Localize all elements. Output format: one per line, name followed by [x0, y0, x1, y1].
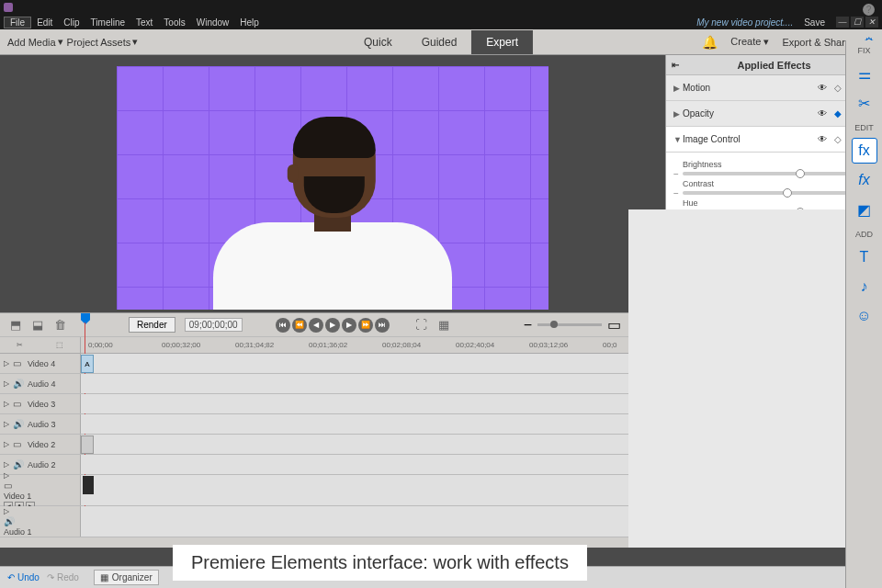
clip[interactable]: A	[81, 355, 94, 373]
goto-end-icon[interactable]: ⏭	[375, 318, 390, 333]
track-content[interactable]	[81, 374, 628, 393]
project-assets-button[interactable]: Project Assets ▾	[67, 36, 139, 48]
track-row: ▷ ▭ Video 3	[0, 394, 628, 414]
undo-button[interactable]: ↶ Undo	[7, 572, 40, 582]
bell-icon[interactable]: 🔔	[702, 35, 718, 50]
color-icon[interactable]: ◩	[852, 197, 877, 222]
track-content[interactable]	[81, 414, 628, 434]
zoom-in-icon[interactable]: ▭	[607, 316, 621, 334]
track-header[interactable]: ▷ ▭ Video 3	[0, 394, 81, 413]
mode-quick[interactable]: Quick	[349, 30, 407, 54]
track-content[interactable]: A	[81, 354, 628, 373]
preview-frame[interactable]	[117, 66, 548, 310]
track-header[interactable]: ▷ 🔊 Audio 4	[0, 374, 81, 393]
slider-label: Contrast	[683, 179, 714, 188]
track-content[interactable]	[81, 475, 628, 505]
help-icon[interactable]: ?	[863, 4, 875, 16]
zoom-out-icon[interactable]: −	[524, 317, 532, 334]
track-content[interactable]	[81, 435, 628, 454]
graphics-icon[interactable]: ☺	[852, 303, 877, 329]
stopwatch-icon[interactable]: ◇	[831, 82, 843, 94]
clip-marker[interactable]	[81, 435, 94, 454]
eye-icon[interactable]: 👁	[816, 133, 828, 145]
menu-edit[interactable]: Edit	[31, 17, 58, 28]
video-icon: ▭	[13, 358, 24, 368]
track-header[interactable]: ▷ 🔊 Audio 1	[0, 506, 81, 537]
eye-icon[interactable]: 👁	[816, 82, 828, 94]
track-content[interactable]	[81, 506, 628, 537]
track-header[interactable]: ▷ 🔊 Audio 2	[0, 455, 81, 474]
menubar: File Edit Clip Timeline Text Tools Windo…	[0, 15, 882, 29]
chevron-icon[interactable]: ▷	[4, 507, 9, 515]
step-fwd-icon[interactable]: ⏩	[358, 318, 373, 333]
track-header[interactable]: ▷ 🔊 Audio 3	[0, 414, 81, 434]
save-button[interactable]: Save	[804, 17, 825, 28]
marker-icon[interactable]: ⬒	[7, 317, 24, 334]
close-icon[interactable]: ✕	[865, 17, 878, 28]
track-name: Audio 4	[28, 379, 56, 389]
mode-guided[interactable]: Guided	[407, 30, 472, 54]
fx-applied-icon[interactable]: fx	[852, 138, 877, 164]
trash-icon[interactable]: 🗑	[51, 317, 68, 334]
adjust-icon[interactable]: ⚌	[852, 61, 877, 86]
minimize-icon[interactable]: —	[836, 17, 849, 28]
clip[interactable]	[83, 476, 94, 494]
menu-window[interactable]: Window	[191, 17, 235, 28]
menu-text[interactable]: Text	[130, 17, 158, 28]
track-header[interactable]: ▷ ▭ Video 4	[0, 354, 81, 373]
timecode-display[interactable]: 09;00;00;00	[185, 318, 243, 332]
menu-tools[interactable]: Tools	[158, 17, 190, 28]
track-row: ▷ 🔊 Audio 3	[0, 414, 628, 435]
fx-icon[interactable]: fx	[852, 167, 877, 193]
organizer-button[interactable]: ▦ Organizer	[94, 570, 159, 585]
ruler-tick: 00;0	[603, 341, 617, 349]
track-content[interactable]	[81, 394, 628, 413]
chevron-icon[interactable]: ▷	[4, 420, 9, 428]
track-row: ▷ ▭ Video 1◀●▶	[0, 475, 628, 506]
menu-help[interactable]: Help	[234, 17, 265, 28]
next-frame-icon[interactable]: ▶	[342, 318, 356, 333]
slider-track[interactable]	[683, 191, 873, 195]
chevron-icon[interactable]: ▷	[4, 460, 9, 469]
titlebar	[0, 0, 882, 15]
fix-label: FIX	[857, 46, 870, 55]
menu-file[interactable]: File	[4, 17, 31, 28]
mode-expert[interactable]: Expert	[471, 30, 533, 54]
slider-track[interactable]	[683, 172, 873, 175]
toolbar: Add Media ▾ Project Assets ▾ Quick Guide…	[0, 29, 882, 55]
titles-icon[interactable]: T	[852, 244, 877, 270]
menu-clip[interactable]: Clip	[58, 17, 85, 28]
track-header[interactable]: ▷ ▭ Video 1◀●▶	[0, 475, 81, 505]
track-header[interactable]: ▷ ▭ Video 2	[0, 435, 81, 454]
tool-select-icon[interactable]: ⬚	[56, 341, 63, 349]
tool-razor-icon[interactable]: ✂	[17, 341, 23, 349]
tools-icon[interactable]: ✂	[852, 90, 877, 116]
eye-icon[interactable]: 👁	[816, 107, 828, 119]
render-button[interactable]: Render	[129, 317, 175, 333]
chevron-icon[interactable]: ▷	[4, 379, 9, 388]
goto-start-icon[interactable]: ⏮	[276, 318, 290, 333]
chevron-icon[interactable]: ▷	[4, 440, 9, 448]
chevron-icon[interactable]: ▷	[4, 400, 9, 408]
prev-frame-icon[interactable]: ◀	[309, 318, 323, 333]
play-icon[interactable]: ▶	[325, 318, 340, 333]
safe-margin-icon[interactable]: ▦	[435, 317, 452, 334]
step-back-icon[interactable]: ⏪	[292, 318, 307, 333]
chevron-icon[interactable]: ▷	[4, 359, 9, 368]
add-media-button[interactable]: Add Media ▾	[7, 36, 63, 48]
zoom-slider[interactable]	[537, 323, 602, 326]
track-content[interactable]	[81, 455, 628, 474]
video-icon: ▭	[13, 439, 24, 449]
maximize-icon[interactable]: ☐	[851, 17, 864, 28]
menu-timeline[interactable]: Timeline	[85, 17, 130, 28]
timeline-ruler[interactable]: ✂ ⬚ 0;00;0000;00;32;0000;31;04;8200;01;3…	[0, 337, 628, 354]
music-icon[interactable]: ♪	[852, 274, 877, 300]
stopwatch-icon[interactable]: ◆	[831, 107, 843, 119]
marker2-icon[interactable]: ⬓	[29, 317, 46, 334]
stopwatch-icon[interactable]: ◇	[831, 133, 843, 145]
collapse-panel-icon[interactable]: ⇤	[672, 60, 679, 70]
create-button[interactable]: Create ▾	[730, 36, 769, 48]
fullscreen-icon[interactable]: ⛶	[413, 317, 430, 334]
export-button[interactable]: Export & Share	[782, 37, 851, 48]
chevron-icon[interactable]: ▷	[4, 471, 9, 480]
